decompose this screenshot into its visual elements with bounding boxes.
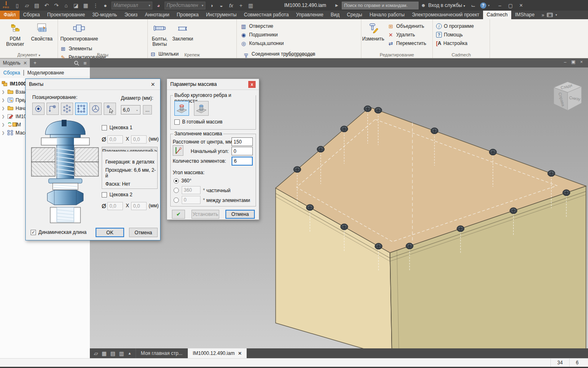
material-dropdown[interactable]: Материал▾ [111,2,152,9]
chevron-right-icon[interactable]: ❯ [2,98,6,102]
about-button[interactable]: iО программе [436,22,474,30]
modify-button[interactable]: Изменить [361,19,385,42]
ribbon-tab-электромеханический-проект[interactable]: Электромеханический проект [408,11,483,19]
between-angle-radio[interactable] [174,197,179,203]
rivets-button[interactable]: Заклепки [172,19,194,42]
component-dots-icon[interactable]: ⋮ [91,2,100,9]
position-angular-button[interactable] [89,103,102,115]
ribbon-tab-файл[interactable]: Файл [0,11,20,19]
diameter-combobox[interactable]: 6,0⌄ [121,105,140,114]
ribbon-tab-начало-работы[interactable]: Начало работы [366,11,408,19]
select-plane-button[interactable] [194,101,209,116]
add-icon[interactable]: + [236,2,246,9]
view-cube[interactable]: Сзади Справа Снизу [546,78,583,113]
cascade-windows-icon[interactable]: ▱ [94,350,98,357]
move-button[interactable]: ⇄Переместить [387,40,426,47]
array-cancel-button[interactable]: Отмена [225,210,255,219]
counterbore2-d-field[interactable]: 0,0 [107,202,123,210]
help-search-input[interactable] [342,2,419,9]
ribbon-tab-вид[interactable]: Вид [327,11,343,19]
close-icon[interactable]: x [248,81,256,88]
close-icon[interactable]: ✕ [23,61,27,66]
chevron-down-icon[interactable]: ▾ [555,13,557,17]
merge-button[interactable]: ⊞Объединить [387,22,426,30]
delete-button[interactable]: ✕Удалить [387,31,426,38]
tab-home-page[interactable]: Моя главная стр... [136,348,187,358]
select-edge-button[interactable] [174,101,189,116]
add-panel-button[interactable]: + [30,60,40,66]
minimize-button[interactable]: – [494,3,505,9]
graphics-viewport[interactable]: Сзади Справа Снизу [90,67,588,348]
update-styles-icon[interactable]: ▦ [81,2,91,9]
distance-field[interactable]: 150 [232,137,253,146]
search-icon[interactable] [74,61,79,66]
screws-dialog-titlebar[interactable]: Винты ✕ [26,79,160,90]
help-button[interactable]: ?Помощь [436,31,474,38]
chevron-right-icon[interactable]: ❯ [2,131,6,135]
ribbon-overflow-icon[interactable]: » [541,12,544,18]
diameter-more-button[interactable]: ... [143,105,152,114]
ribbon-tab-проектирование[interactable]: Проектирование [44,11,89,19]
position-coordinates-button[interactable] [47,103,59,115]
ribbon-tab-эскиз[interactable]: Эскиз [121,11,141,19]
properties-button[interactable]: Свойства [29,19,54,42]
model-scene[interactable] [90,67,588,348]
ribbon-tab-совместная-работа[interactable]: Совместная работа [240,11,292,19]
rings-keys-button[interactable]: ◎Кольца,шпонки [240,40,284,47]
close-icon[interactable]: ✕ [149,81,157,88]
undo-icon[interactable]: ↶ [42,2,51,9]
ribbon-tab-проверка[interactable]: Проверка [173,11,203,19]
position-pick-button[interactable] [104,103,116,115]
tile-windows-icon[interactable]: ▦ [102,350,107,357]
browser-tab-model[interactable]: Модель✕ [0,58,30,67]
help-icon[interactable]: ? [478,2,488,9]
home-icon[interactable]: ⌂ [61,2,71,9]
bearings-button[interactable]: ◉Подшипники [240,31,284,38]
counterbore2-x-field[interactable]: 0,0 [131,202,147,210]
close-button[interactable]: × [516,2,526,9]
viewport-minimize-button[interactable]: – [561,59,569,64]
counterbore1-checkbox[interactable]: Цековка 1 [102,125,132,130]
dynamic-length-checkbox[interactable]: ✓Динамическая длина [31,229,87,235]
cancel-button[interactable]: Отмена [129,228,158,237]
ribbon-tab-cadmech[interactable]: Cadmech [483,11,511,19]
position-rectangular-pattern-button[interactable] [75,103,87,115]
counterbore1-d-field[interactable]: 0,0 [107,135,123,144]
hamburger-menu-icon[interactable]: ≡ [83,60,87,66]
horizontal-tile-icon[interactable]: ▤ [110,350,115,357]
to-existing-array-checkbox[interactable]: В готовый массив [174,119,223,125]
measure-angle-button[interactable] [173,145,183,156]
bolts-screws-button[interactable]: Болты, Винты [149,19,170,47]
set-button[interactable]: Установить [192,210,219,219]
counterbore2-checkbox[interactable]: Цековка 2 [102,192,132,197]
expand-search-icon[interactable]: ▶ [332,3,342,7]
viewport-close-button[interactable]: × [577,59,586,64]
shaft-design-button[interactable]: Проектирование [60,19,99,42]
parameters-fx-icon[interactable]: fx [226,2,236,9]
ribbon-tab-управление[interactable]: Управление [292,11,327,19]
shaft-elements-button[interactable]: ⊞Элементы [60,45,106,52]
subtab-modeling[interactable]: Моделирование [27,70,64,76]
redo-icon[interactable]: ↷ [51,2,61,9]
count-field[interactable]: 6 [232,157,253,166]
position-circular-pattern-button[interactable] [61,103,73,115]
sign-in-button[interactable]: Вход в службы ▾ [428,2,465,8]
new-file-icon[interactable]: ▯ [12,2,22,9]
ribbon-group-label-document[interactable]: Документ▾ [0,52,58,57]
ribbon-tab-3d-модель[interactable]: 3D-модель [89,11,121,19]
tab-document[interactable]: IM1000.12.490.iam✕ [187,348,247,358]
ribbon-tab-среды[interactable]: Среды [343,11,366,19]
save-icon[interactable]: ▤ [32,2,42,9]
chevron-down-icon[interactable]: ▾ [488,4,492,7]
chevron-right-icon[interactable]: ❯ [2,106,6,110]
chevron-right-icon[interactable]: ❯ [2,90,6,94]
viewport-restore-button[interactable]: ▣ [569,59,577,65]
partial-angle-radio[interactable] [174,188,179,193]
chevron-right-icon[interactable]: ❯ [2,123,6,127]
ribbon-tab-аннотации[interactable]: Аннотации [141,11,173,19]
shaded-sphere-icon[interactable]: ● [100,2,110,9]
partial-angle-field[interactable]: 360 [182,186,200,194]
array-dialog-titlebar[interactable]: Параметры массива x [167,79,259,90]
collapse-icon[interactable]: ▲ [128,351,131,355]
apply-check-button[interactable]: ✔ [172,210,185,219]
